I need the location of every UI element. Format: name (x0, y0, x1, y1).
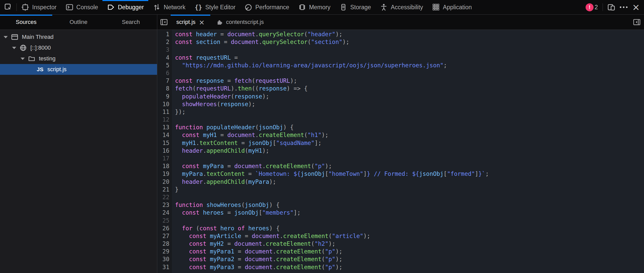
code-line[interactable]: 21} (157, 186, 644, 193)
line-number[interactable]: 1 (157, 30, 172, 38)
code-line[interactable]: 9 populateHeader(response); (157, 93, 644, 100)
line-number[interactable]: 16 (157, 147, 172, 154)
line-number[interactable]: 21 (157, 186, 172, 193)
line-number[interactable]: 2 (157, 38, 172, 46)
line-number[interactable]: 23 (157, 201, 172, 209)
tree-item--8000[interactable]: [::]:8000 (0, 42, 157, 53)
line-number[interactable]: 25 (157, 217, 172, 224)
code-line[interactable]: 17 (157, 154, 644, 162)
code-line[interactable]: 28 const myH2 = document.createElement("… (157, 240, 644, 248)
code-line[interactable]: 12 (157, 116, 644, 123)
code-line[interactable]: 3 (157, 46, 644, 53)
line-number[interactable]: 7 (157, 77, 172, 85)
meatball-menu-button[interactable] (620, 6, 628, 8)
code-text (172, 217, 175, 224)
code-line[interactable]: 5 "https://mdn.github.io/learning-area/j… (157, 61, 644, 69)
line-number[interactable]: 3 (157, 46, 172, 53)
code-line[interactable]: 24 const heroes = jsonObj["members"]; (157, 209, 644, 216)
code-line[interactable]: 8fetch(requestURL).then((response) => { (157, 85, 644, 92)
code-line[interactable]: 29 const myPara1 = document.createElemen… (157, 248, 644, 255)
line-number[interactable]: 27 (157, 232, 172, 240)
toolbar-tab-memory[interactable]: Memory (294, 0, 335, 14)
code-line[interactable]: 1const header = document.querySelector("… (157, 30, 644, 38)
error-badge-group[interactable]: ! 2 (586, 3, 598, 11)
code-text: "https://mdn.github.io/learning-area/jav… (172, 61, 447, 69)
expand-arrow-icon[interactable] (21, 58, 25, 60)
code-line[interactable]: 27 const myArticle = document.createElem… (157, 232, 644, 240)
toolbar-tab-performance[interactable]: Performance (240, 0, 294, 14)
line-number[interactable]: 28 (157, 240, 172, 248)
line-number[interactable]: 19 (157, 170, 172, 178)
panel-tab-label: Search (122, 19, 140, 25)
toolbar-tab-application[interactable]: Application (428, 0, 476, 14)
expand-arrow-icon[interactable] (4, 36, 8, 38)
code-editor[interactable]: 1const header = document.querySelector("… (157, 30, 644, 273)
collapse-sources-panel-button[interactable] (157, 15, 171, 30)
toolbar-tab-storage[interactable]: Storage (335, 0, 376, 14)
code-line[interactable]: 19 myPara.textContent = `Hometown: ${jso… (157, 170, 644, 178)
line-number[interactable]: 11 (157, 108, 172, 116)
line-number[interactable]: 30 (157, 255, 172, 263)
pick-element-button[interactable] (0, 0, 16, 14)
code-line[interactable]: 6 (157, 69, 644, 77)
source-tab-contentscript-js[interactable]: contentscript.js (210, 15, 269, 30)
code-line[interactable]: 7const response = fetch(requestURL); (157, 77, 644, 85)
line-number[interactable]: 13 (157, 123, 172, 131)
line-number[interactable]: 6 (157, 69, 172, 77)
collapse-right-panel-button[interactable] (630, 15, 644, 30)
close-tab-icon[interactable]: × (199, 19, 205, 26)
tree-item-script.js[interactable]: JSscript.js (0, 64, 157, 75)
line-number[interactable]: 12 (157, 116, 172, 123)
line-number[interactable]: 10 (157, 100, 172, 108)
error-badge-icon[interactable]: ! (586, 3, 594, 11)
line-number[interactable]: 26 (157, 224, 172, 232)
tree-item-testing[interactable]: testing (0, 53, 157, 64)
line-number[interactable]: 8 (157, 85, 172, 92)
code-line[interactable]: 25 (157, 217, 644, 224)
code-text: myH1.textContent = jsonObj["squadName"]; (172, 139, 321, 147)
code-line[interactable]: 30 const myPara2 = document.createElemen… (157, 255, 644, 263)
code-line[interactable]: 2const section = document.querySelector(… (157, 38, 644, 46)
panel-tab-outline[interactable]: Outline (52, 15, 105, 30)
code-line[interactable]: 18 const myPara = document.createElement… (157, 162, 644, 170)
toolbar-tab-network[interactable]: Network (148, 0, 190, 14)
code-line[interactable]: 15 myH1.textContent = jsonObj["squadName… (157, 139, 644, 147)
tree-item-main-thread[interactable]: Main Thread (0, 32, 157, 42)
panel-tab-sources[interactable]: Sources (0, 15, 52, 30)
code-line[interactable]: 22 (157, 193, 644, 201)
source-tab-script-js[interactable]: script.js× (171, 15, 210, 30)
code-line[interactable]: 4const requestURL = (157, 54, 644, 61)
toolbar-tab-style-editor[interactable]: {}Style Editor (190, 0, 240, 14)
code-line[interactable]: 23function showHeroes(jsonObj) { (157, 201, 644, 209)
code-line[interactable]: 20 header.appendChild(myPara); (157, 178, 644, 186)
line-number[interactable]: 14 (157, 131, 172, 139)
line-number[interactable]: 18 (157, 162, 172, 170)
toolbar-tab-debugger[interactable]: Debugger (102, 0, 148, 14)
debugger-main: Main Thread[::]:8000testingJSscript.js 1… (0, 30, 644, 273)
code-line[interactable]: 14 const myH1 = document.createElement("… (157, 131, 644, 139)
line-number[interactable]: 24 (157, 209, 172, 216)
line-number[interactable]: 4 (157, 54, 172, 61)
responsive-design-mode-button[interactable] (607, 3, 615, 11)
toolbar-tab-accessibility[interactable]: Accessibility (375, 0, 427, 14)
line-number[interactable]: 15 (157, 139, 172, 147)
code-line[interactable]: 31 const myPara3 = document.createElemen… (157, 263, 644, 271)
line-number[interactable]: 20 (157, 178, 172, 186)
code-line[interactable]: 13function populateHeader(jsonObj) { (157, 123, 644, 131)
code-line[interactable]: 16 header.appendChild(myH1); (157, 147, 644, 154)
line-number[interactable]: 5 (157, 61, 172, 69)
code-line[interactable]: 26 for (const hero of heroes) { (157, 224, 644, 232)
expand-arrow-icon[interactable] (12, 47, 16, 49)
panel-tab-search[interactable]: Search (105, 15, 157, 30)
code-line[interactable]: 10 showHeroes(response); (157, 100, 644, 108)
toolbar-tab-inspector[interactable]: Inspector (17, 0, 61, 14)
line-number[interactable]: 31 (157, 263, 172, 271)
toolbar-tab-console[interactable]: Console (61, 0, 102, 14)
code-line[interactable]: 11}); (157, 108, 644, 116)
line-number[interactable]: 9 (157, 93, 172, 100)
line-number[interactable]: 22 (157, 193, 172, 201)
code-text: showHeroes(response); (172, 100, 255, 108)
close-devtools-button[interactable]: × (632, 3, 640, 12)
line-number[interactable]: 29 (157, 248, 172, 255)
line-number[interactable]: 17 (157, 154, 172, 162)
